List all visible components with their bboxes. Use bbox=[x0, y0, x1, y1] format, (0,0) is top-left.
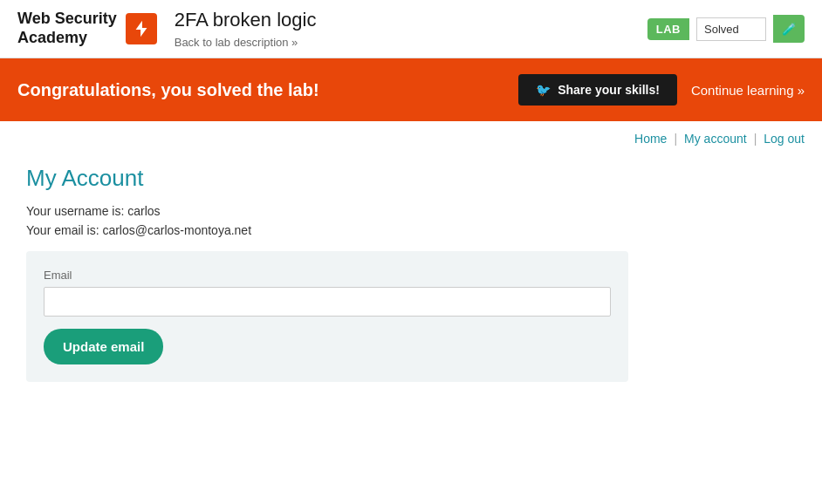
update-email-button[interactable]: Update email bbox=[44, 329, 163, 364]
nav-bar: Home | My account | Log out bbox=[0, 121, 822, 156]
nav-separator-2: | bbox=[754, 132, 757, 146]
banner-text: Congratulations, you solved the lab! bbox=[17, 80, 518, 100]
nav-home-link[interactable]: Home bbox=[634, 132, 667, 146]
main-content: My Account Your username is: carlos Your… bbox=[0, 156, 822, 408]
logo-text-line2: Academy bbox=[17, 29, 87, 48]
lab-title: 2FA broken logic bbox=[175, 9, 647, 31]
svg-marker-0 bbox=[135, 21, 147, 37]
logo-area: Web Security Academy bbox=[17, 10, 157, 47]
banner: Congratulations, you solved the lab! 🐦 S… bbox=[0, 58, 822, 121]
title-area: 2FA broken logic Back to lab description… bbox=[175, 9, 647, 49]
solved-input[interactable] bbox=[696, 17, 766, 41]
flask-button[interactable]: 🧪 bbox=[773, 15, 805, 43]
twitter-icon: 🐦 bbox=[536, 83, 551, 97]
back-to-lab-link[interactable]: Back to lab description » bbox=[175, 36, 298, 49]
email-form-section: Email Update email bbox=[26, 251, 628, 382]
lab-badge: LAB bbox=[647, 18, 689, 40]
header-right: LAB 🧪 bbox=[647, 15, 805, 43]
flask-icon: 🧪 bbox=[782, 23, 797, 36]
nav-separator-1: | bbox=[674, 132, 677, 146]
page-heading: My Account bbox=[26, 165, 796, 192]
email-label: Email bbox=[44, 269, 611, 282]
nav-log-out-link[interactable]: Log out bbox=[764, 132, 805, 146]
email-input[interactable] bbox=[44, 287, 611, 317]
logo-icon bbox=[126, 13, 157, 44]
logo-text-line1: Web Security bbox=[17, 10, 117, 29]
nav-my-account-link[interactable]: My account bbox=[684, 132, 747, 146]
share-skills-button[interactable]: 🐦 Share your skills! bbox=[518, 74, 677, 106]
share-button-label: Share your skills! bbox=[558, 83, 660, 97]
username-line: Your username is: carlos bbox=[26, 204, 796, 218]
header: Web Security Academy 2FA broken logic Ba… bbox=[0, 0, 822, 58]
email-line: Your email is: carlos@carlos-montoya.net bbox=[26, 223, 796, 237]
continue-learning-link[interactable]: Continue learning » bbox=[691, 83, 805, 98]
